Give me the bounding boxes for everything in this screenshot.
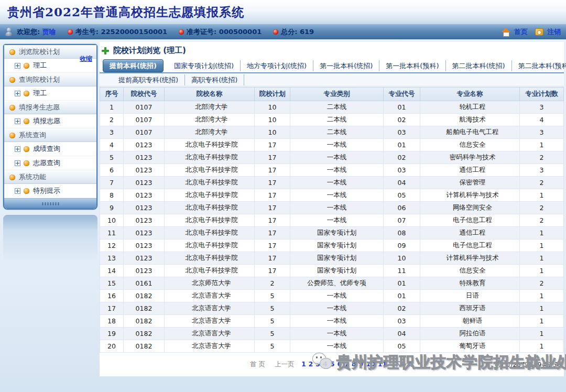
major-name: 特殊教育 — [420, 277, 520, 290]
college-link[interactable]: 北京电子科技学院 — [165, 151, 255, 164]
college-link[interactable]: 北京电子科技学院 — [165, 239, 255, 252]
college-link[interactable]: 北京语言大学 — [165, 302, 255, 315]
college-link[interactable]: 北京电子科技学院 — [165, 189, 255, 202]
table-row: 30107北部湾大学10二本线03船舶电子电气工程3 — [100, 126, 564, 139]
drag-grip-icon[interactable] — [41, 202, 59, 205]
pagination-page[interactable]: 8 — [352, 360, 356, 368]
college-link[interactable]: 北京电子科技学院 — [165, 177, 255, 189]
pagination-next[interactable]: 下一页 — [394, 360, 414, 368]
college-link[interactable]: 北京电子科技学院 — [165, 227, 255, 239]
pagination-prev[interactable]: 上一页 — [275, 360, 295, 368]
cell: 07 — [384, 214, 420, 227]
cell: 05 — [384, 340, 420, 353]
pagination-info: 第1页/26页(519条记录) — [494, 361, 563, 369]
column-header: 专业名称 — [420, 88, 520, 101]
pagination-page[interactable]: 9 — [359, 360, 364, 368]
cell: 0161 — [124, 277, 165, 290]
college-link[interactable]: 北京师范大学 — [165, 277, 255, 290]
cell: 17 — [100, 302, 124, 315]
column-header: 院校名称 — [165, 88, 255, 101]
expand-icon[interactable] — [15, 160, 20, 166]
college-link[interactable]: 北京电子科技学院 — [165, 139, 255, 151]
sidebar-group-label: 系统功能 — [19, 172, 46, 182]
college-link[interactable]: 北京电子科技学院 — [165, 252, 255, 265]
plan-table-header: 序号院校代号院校名称院校计划专业类别专业代号专业名称专业计划数 — [100, 88, 564, 101]
red-dot-icon — [179, 29, 184, 35]
sidebar-group-header[interactable]: 系统查询 — [4, 128, 96, 142]
sidebar-item[interactable]: 特别提示 — [4, 184, 96, 198]
home-icon[interactable] — [502, 28, 510, 36]
college-link[interactable]: 北京语言大学 — [165, 340, 255, 353]
cell: 1 — [520, 189, 564, 202]
bullet-icon — [24, 63, 29, 69]
welcome-group: 欢迎您: 贾喻 — [5, 27, 56, 37]
cell: 12 — [100, 239, 124, 252]
college-link[interactable]: 北京电子科技学院 — [165, 164, 255, 177]
pagination-page[interactable]: 6 — [337, 360, 342, 368]
plan-table: 序号院校代号院校名称院校计划专业类别专业代号专业名称专业计划数 10107北部湾… — [100, 87, 564, 353]
bullet-icon — [24, 146, 29, 152]
college-link[interactable]: 北京语言大学 — [165, 328, 255, 340]
college-link[interactable]: 北京语言大学 — [165, 290, 255, 302]
sidebar-item[interactable]: 填报志愿 — [4, 114, 96, 128]
batch-tab[interactable]: 提前本科(统招) — [103, 59, 164, 72]
major-name: 信息安全 — [420, 139, 520, 151]
cell: 0123 — [124, 252, 165, 265]
batch-tab[interactable]: 高职专科(统招) — [185, 74, 244, 85]
cell: 17 — [255, 214, 290, 227]
sidebar-group-header[interactable]: 填报考生志愿 — [4, 101, 96, 114]
expand-icon[interactable] — [15, 188, 20, 194]
cell: 08 — [384, 227, 420, 239]
batch-tab[interactable]: 第二批本科(预科) — [512, 60, 566, 71]
cell: 1 — [520, 290, 564, 302]
college-link[interactable]: 北部湾大学 — [165, 126, 255, 139]
pagination-page[interactable]: 10 — [366, 360, 375, 368]
college-link[interactable]: 北京电子科技学院 — [165, 202, 255, 214]
pagination-page[interactable]: 5 — [330, 360, 335, 368]
pagination-page[interactable]: 4 — [323, 360, 328, 368]
college-link[interactable]: 北京语言大学 — [165, 315, 255, 328]
expand-icon[interactable] — [15, 63, 20, 69]
batch-tab[interactable]: 地方专项计划(统招) — [241, 60, 313, 71]
cell: 17 — [255, 164, 290, 177]
pagination-page[interactable]: 3 — [315, 360, 320, 368]
college-link[interactable]: 北京电子科技学院 — [165, 265, 255, 277]
sidebar-footer-bar[interactable] — [4, 198, 96, 209]
college-link[interactable]: 北京电子科技学院 — [165, 214, 255, 227]
batch-tab[interactable]: 国家专项计划(统招) — [168, 60, 241, 71]
sidebar-item[interactable]: 成绩查询 — [4, 142, 96, 156]
table-row: 170182北京语言大学5一本线02西班牙语1 — [100, 302, 564, 315]
key-icon[interactable] — [535, 28, 543, 36]
ticket-no-value: 000500001 — [219, 28, 262, 36]
bullet-icon — [24, 118, 29, 124]
plus-icon — [102, 47, 109, 55]
major-name: 葡萄牙语 — [420, 340, 520, 353]
expand-icon[interactable] — [15, 146, 20, 152]
cell: 一本线 — [290, 214, 384, 227]
expand-icon[interactable] — [15, 91, 20, 96]
expand-icon[interactable] — [15, 118, 20, 124]
sidebar-group-header[interactable]: 系统功能 — [4, 170, 96, 184]
home-link[interactable]: 首页 — [514, 27, 528, 37]
logout-link[interactable]: 注销 — [547, 27, 561, 37]
college-link[interactable]: 北部湾大学 — [165, 114, 255, 126]
sidebar-group-header[interactable]: 查询院校计划 — [4, 73, 96, 86]
batch-tab[interactable]: 第一批本科(统招) — [313, 60, 379, 71]
batch-tab[interactable]: 第一批本科(预科) — [379, 60, 445, 71]
pagination-first[interactable]: 首 页 — [250, 360, 265, 368]
college-link[interactable]: 北部湾大学 — [165, 101, 255, 114]
batch-tab[interactable]: 提前高职专科(统招) — [112, 74, 185, 85]
batch-tab[interactable]: 第二批本科(统招) — [446, 60, 512, 71]
ticket-no-label: 准考证号: — [187, 27, 216, 37]
pagination-page[interactable]: 1 — [301, 360, 306, 368]
red-dot-icon — [273, 29, 278, 35]
sidebar-item[interactable]: 志愿查询 — [4, 156, 96, 170]
pagination-page[interactable]: 2 — [309, 360, 313, 368]
pagination-page[interactable]: 11 — [378, 360, 387, 368]
pagination-page[interactable]: 7 — [344, 360, 349, 368]
table-row: 50123北京电子科技学院17一本线02密码科学与技术2 — [100, 151, 564, 164]
cell: 1 — [520, 315, 564, 328]
sidebar-item[interactable]: 理工 — [4, 86, 96, 101]
sidebar-collapse-link[interactable]: 收缩 — [80, 55, 92, 63]
cell: 0182 — [124, 290, 165, 302]
